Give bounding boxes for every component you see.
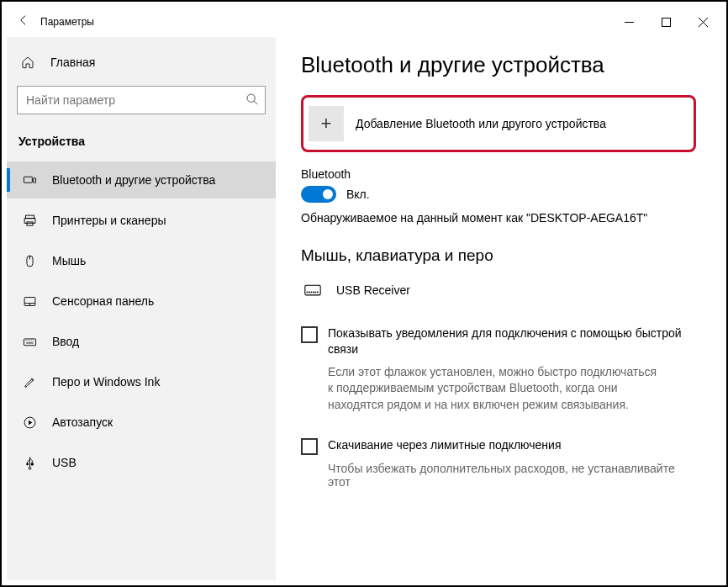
mouse-icon xyxy=(20,254,39,268)
svg-rect-13 xyxy=(31,463,33,464)
discoverable-text: Обнаруживаемое на данный момент как "DES… xyxy=(301,211,696,225)
nav-autoplay[interactable]: Автозапуск xyxy=(7,404,276,441)
maximize-button[interactable] xyxy=(647,9,684,34)
search-icon xyxy=(245,93,259,109)
usb-icon xyxy=(20,456,39,470)
home-nav[interactable]: Главная xyxy=(7,45,276,79)
svg-rect-6 xyxy=(26,221,32,225)
svg-rect-4 xyxy=(25,215,34,219)
svg-point-1 xyxy=(247,94,255,102)
svg-rect-3 xyxy=(33,177,35,182)
add-device-button[interactable]: + Добавление Bluetooth или другого устро… xyxy=(309,103,688,145)
nav-bluetooth[interactable]: Bluetooth и другие устройства xyxy=(7,161,276,198)
minimize-button[interactable] xyxy=(610,9,647,34)
checkbox-label: Скачивание через лимитные подключения xyxy=(328,437,561,453)
nav-typing[interactable]: Ввод xyxy=(7,323,276,360)
printer-icon xyxy=(20,214,39,228)
search-input[interactable] xyxy=(17,86,266,114)
nav-label: Мышь xyxy=(52,254,86,267)
svg-rect-18 xyxy=(313,292,314,294)
nav-label: Ввод xyxy=(52,335,79,348)
nav-label: Сенсорная панель xyxy=(52,294,154,308)
close-button[interactable] xyxy=(684,9,721,34)
svg-rect-15 xyxy=(307,292,309,294)
add-device-label: Добавление Bluetooth или другого устройс… xyxy=(356,117,606,130)
main-content: Bluetooth и другие устройства + Добавлен… xyxy=(276,37,721,580)
device-name: USB Receiver xyxy=(336,283,410,297)
home-icon xyxy=(18,56,37,69)
nav-label: Перо и Windows Ink xyxy=(52,375,160,389)
svg-rect-17 xyxy=(311,292,313,294)
svg-rect-0 xyxy=(662,18,670,26)
nav-label: USB xyxy=(52,456,76,469)
home-label: Главная xyxy=(50,56,95,69)
svg-point-11 xyxy=(29,467,31,469)
back-button[interactable] xyxy=(7,13,40,30)
svg-rect-2 xyxy=(24,177,32,182)
category-header: Устройства xyxy=(7,128,276,161)
section-heading: Мышь, клавиатура и перо xyxy=(301,246,696,265)
nav-printers[interactable]: Принтеры и сканеры xyxy=(7,202,276,239)
device-item[interactable]: USB Receiver xyxy=(301,275,696,305)
bluetooth-toggle[interactable] xyxy=(301,186,336,203)
nav-touchpad[interactable]: Сенсорная панель xyxy=(7,283,276,320)
checkbox-description: Если этот флажок установлен, можно быстр… xyxy=(328,364,664,414)
devices-icon xyxy=(20,173,39,188)
checkbox[interactable] xyxy=(301,326,318,343)
svg-rect-20 xyxy=(317,292,319,294)
svg-rect-5 xyxy=(24,218,35,223)
svg-rect-9 xyxy=(24,338,35,345)
checkbox[interactable] xyxy=(301,438,318,455)
receiver-icon xyxy=(301,283,324,297)
nav-label: Автозапуск xyxy=(52,415,113,429)
checkbox-description: Чтобы избежать дополнительных расходов, … xyxy=(328,462,696,489)
svg-rect-16 xyxy=(309,292,310,294)
metered-checkbox-row[interactable]: Скачивание через лимитные подключения xyxy=(301,437,696,455)
plus-icon: + xyxy=(309,106,344,141)
window-title: Параметры xyxy=(40,16,94,28)
toggle-state-label: Вкл. xyxy=(346,188,370,201)
svg-point-12 xyxy=(26,463,28,464)
swift-pair-checkbox-row[interactable]: Показывать уведомления для подключения с… xyxy=(301,325,696,357)
nav-label: Bluetooth и другие устройства xyxy=(52,173,215,187)
nav-mouse[interactable]: Мышь xyxy=(7,242,276,279)
nav-label: Принтеры и сканеры xyxy=(52,214,166,227)
autoplay-icon xyxy=(20,415,39,430)
svg-rect-14 xyxy=(305,285,320,295)
pen-icon xyxy=(20,375,39,389)
highlight-annotation: + Добавление Bluetooth или другого устро… xyxy=(301,95,696,152)
checkbox-label: Показывать уведомления для подключения с… xyxy=(328,325,696,357)
keyboard-icon xyxy=(20,335,39,349)
nav-usb[interactable]: USB xyxy=(7,444,276,481)
svg-rect-19 xyxy=(315,292,317,294)
page-title: Bluetooth и другие устройства xyxy=(301,52,696,78)
sidebar: Главная Устройства Bluetooth и другие ус… xyxy=(7,37,276,580)
touchpad-icon xyxy=(20,294,39,309)
nav-pen[interactable]: Перо и Windows Ink xyxy=(7,363,276,400)
bluetooth-label: Bluetooth xyxy=(301,167,696,181)
